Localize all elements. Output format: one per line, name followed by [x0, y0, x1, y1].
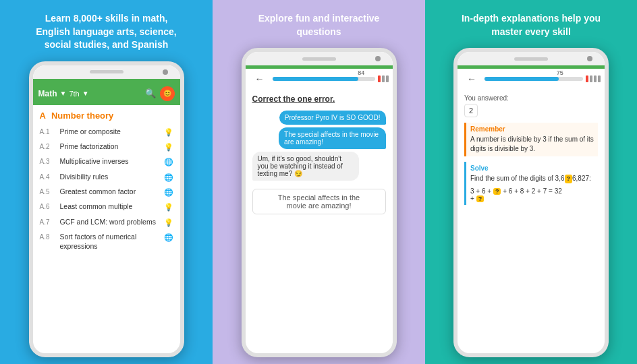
item-icon-globe: 🌐 [164, 157, 173, 166]
item-code: A.4 [40, 173, 57, 181]
item-icon-bulb: 💡 [164, 142, 173, 152]
toolbar-subject[interactable]: Math [38, 89, 57, 98]
search-icon[interactable]: 🔍 [145, 88, 156, 98]
chat-left-1: Um, if it's so good, shouldn't you be wa… [252, 152, 386, 183]
marker-gray-3c [598, 75, 601, 82]
panel-2-header: Explore fun and interactive questions [245, 12, 393, 38]
panel-1-header: Learn 8,000+ skills in math, English lan… [32, 12, 181, 52]
phone-1: Math ▼ 7th ▼ 🔍 😊 A Number theory A.1 Pri… [29, 61, 184, 357]
chat-bubble: Um, if it's so good, shouldn't you be wa… [252, 152, 359, 181]
item-icon-bulb: 💡 [164, 202, 173, 212]
panel-3: In-depth explanations help you master ev… [425, 0, 637, 364]
item-text: Sort factors of numerical expressions [60, 233, 160, 251]
equation-line2: + ? [470, 195, 594, 202]
item-icon-bulb: 💡 [164, 127, 173, 137]
progress-bar: 84 [273, 77, 375, 81]
progress-markers [378, 75, 389, 82]
list-item[interactable]: A.4 Divisibility rules 🌐 [40, 170, 173, 185]
phone-3-top-bar [458, 52, 605, 65]
section-letter: A [40, 111, 46, 121]
section-header: A Number theory [40, 111, 173, 121]
chat-bubble: The special affects in the movie are ama… [279, 127, 385, 149]
panel-1: Learn 8,000+ skills in math, English lan… [0, 0, 213, 364]
list-item[interactable]: A.7 GCF and LCM: word problems 💡 [40, 215, 173, 230]
equation: 3 + 6 + ? + 6 + 8 + 2 + 7 = 32 [470, 187, 594, 195]
list-item[interactable]: A.8 Sort factors of numerical expression… [40, 230, 173, 253]
list-item[interactable]: A.1 Prime or composite 💡 [40, 125, 173, 140]
marker-red-3 [586, 75, 588, 82]
solve-text: Find the sum of the digits of 3,6?6,827: [470, 174, 594, 183]
item-code: A.7 [40, 218, 57, 226]
item-icon-globe: 🌐 [164, 173, 173, 182]
item-code: A.1 [40, 127, 57, 136]
question-prompt: Correct the one error. [252, 94, 386, 104]
avatar[interactable]: 😊 [160, 86, 175, 101]
phone-3-content: You answered: 2 Remember A number is div… [458, 89, 605, 353]
phone-2-speaker [302, 57, 336, 61]
item-icon-globe: 🌐 [164, 233, 173, 242]
solve-text-before: Find the sum of the digits of 3,6 [470, 175, 565, 182]
phone-2: ← 84 Correct the one error. Professor Py… [242, 48, 397, 357]
remember-title: Remember [470, 125, 594, 133]
phone-2-camera [375, 56, 381, 61]
list-item[interactable]: A.2 Prime factorization 💡 [40, 140, 173, 154]
list-item[interactable]: A.3 Multiplicative inverses 🌐 [40, 154, 173, 169]
phone-1-top-bar [33, 65, 180, 79]
item-text: GCF and LCM: word problems [60, 218, 160, 227]
item-code: A.8 [40, 233, 57, 241]
solve-box: Solve Find the sum of the digits of 3,6?… [464, 162, 598, 205]
you-answered-label: You answered: [464, 94, 598, 102]
phone-3-camera [587, 56, 592, 61]
toolbar-right: 🔍 😊 [145, 86, 175, 101]
eq-text: 3 + 6 + [470, 187, 493, 195]
prompt-before: Correct the [252, 94, 298, 104]
item-icon-globe: 🌐 [164, 187, 173, 197]
toolbar-left: Math ▼ 7th ▼ [38, 89, 89, 98]
item-icon-bulb: 💡 [164, 218, 173, 227]
item-code: A.6 [40, 202, 57, 211]
back-button[interactable]: ← [250, 71, 270, 87]
progress-bar-3: 75 [484, 77, 583, 81]
grade-dropdown-icon[interactable]: ▼ [82, 90, 89, 97]
marker-gray [386, 75, 389, 82]
list-item[interactable]: A.6 Least common multiple 💡 [40, 200, 173, 214]
item-text: Greatest common factor [60, 187, 160, 197]
marker-gray [382, 75, 385, 82]
eq-line2: + [470, 195, 476, 202]
marker-red [378, 75, 381, 82]
item-code: A.2 [40, 142, 57, 151]
item-code: A.3 [40, 157, 57, 166]
progress-fill-3 [484, 77, 559, 81]
phone-1-camera [163, 69, 168, 75]
solve-text-after: 6,827: [572, 175, 591, 182]
panel-3-header: In-depth explanations help you master ev… [457, 12, 605, 38]
item-text: Least common multiple [60, 202, 160, 212]
back-button-3[interactable]: ← [462, 71, 482, 87]
chat-bubble: Professor Pyro IV is SO GOOD! [279, 111, 386, 125]
user-response-text: The special affects in themovie are amaz… [278, 193, 360, 210]
item-text: Prime factorization [60, 142, 160, 152]
progress-row: ← 84 [246, 69, 393, 89]
progress-number: 84 [358, 69, 364, 76]
progress-row-3: ← 75 [458, 69, 605, 89]
phone-2-top-bar [246, 52, 393, 65]
phone-1-content: A Number theory A.1 Prime or composite 💡… [33, 105, 180, 353]
phone-3: ← 75 You answered: 2 Remember A number i… [453, 48, 609, 357]
progress-markers-3 [586, 75, 601, 82]
prompt-after: error. [312, 94, 335, 104]
solve-title: Solve [470, 164, 594, 172]
item-code: A.5 [40, 187, 57, 196]
phone-3-speaker [514, 57, 548, 61]
item-text: Divisibility rules [60, 173, 160, 182]
question-mark-1: ? [565, 175, 573, 183]
toolbar-grade[interactable]: 7th [69, 90, 79, 98]
chat-container: Professor Pyro IV is SO GOOD! The specia… [252, 111, 386, 183]
eq-qmark: ? [493, 188, 501, 195]
marker-gray-3b [594, 75, 597, 82]
subject-dropdown-icon[interactable]: ▼ [60, 90, 67, 97]
marker-gray-3a [590, 75, 592, 82]
user-response[interactable]: The special affects in themovie are amaz… [252, 189, 386, 214]
list-item[interactable]: A.5 Greatest common factor 🌐 [40, 185, 173, 200]
eq-rest: + 6 + 8 + 2 + 7 = 32 [501, 187, 561, 195]
panel-2: Explore fun and interactive questions ← … [213, 0, 425, 364]
